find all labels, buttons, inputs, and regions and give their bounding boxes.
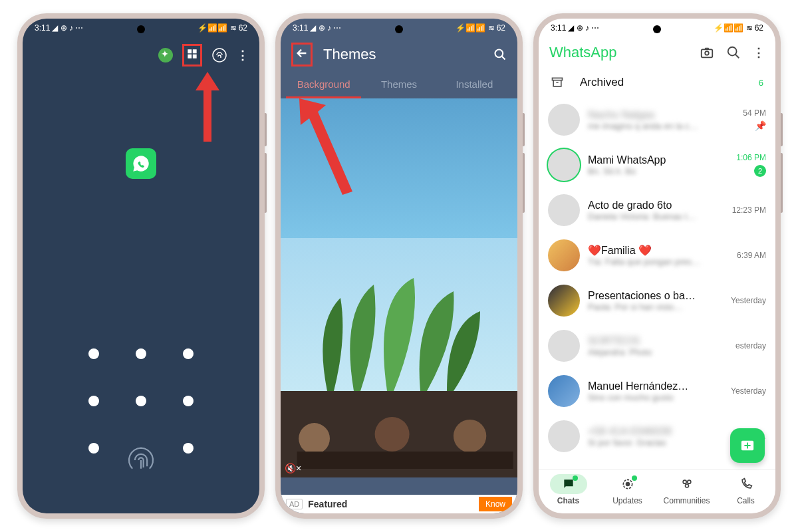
avatar[interactable]	[548, 330, 580, 362]
new-message-icon	[740, 438, 755, 453]
svg-point-4	[375, 417, 410, 452]
chat-item[interactable]: ❤️Familia ❤️Tía: Falta que pongan pres…6…	[539, 233, 775, 278]
avatar[interactable]	[548, 375, 580, 407]
pattern-dot[interactable]	[183, 443, 194, 454]
chat-item[interactable]: SORTEOSAlejandra: Photoesterday	[539, 323, 775, 368]
whatsapp-app-icon[interactable]	[126, 148, 156, 179]
tab-installed[interactable]: Installed	[437, 72, 512, 98]
svg-point-1	[495, 50, 503, 58]
svg-point-14	[687, 480, 690, 483]
status-time: 3:11	[551, 23, 566, 33]
camera-icon[interactable]	[700, 45, 714, 60]
avatar[interactable]	[548, 104, 580, 136]
communities-icon	[680, 477, 694, 491]
svg-point-8	[705, 51, 709, 55]
pattern-dot[interactable]	[183, 348, 194, 359]
archived-row[interactable]: Archived 6	[539, 68, 775, 97]
nav-communities[interactable]: Communities	[657, 474, 716, 505]
svg-point-15	[685, 484, 688, 487]
ad-badge: AD	[286, 499, 303, 509]
fingerprint-icon[interactable]	[211, 47, 227, 63]
search-icon[interactable]	[726, 45, 741, 60]
chat-time: 54 PM	[743, 108, 766, 118]
chat-item[interactable]: Presentaciones o ba…Paola: Por si han vi…	[539, 278, 775, 323]
mute-icon[interactable]: 🔇×	[285, 463, 301, 473]
chat-item[interactable]: Acto de grado 6toDaniela Victoria: Buena…	[539, 188, 775, 233]
avatar[interactable]	[548, 194, 580, 226]
chat-preview: Si por favor. Gracias	[588, 438, 735, 448]
fingerprint-sensor-icon[interactable]	[126, 446, 156, 475]
chat-name: ❤️Familia ❤️	[588, 244, 729, 257]
status-battery: 62	[497, 23, 505, 33]
pattern-dot[interactable]	[88, 348, 99, 359]
page-title: Themes	[323, 46, 483, 63]
chat-time: esterday	[735, 341, 766, 350]
chat-time: Yesterday	[731, 386, 766, 396]
arrow-left-icon	[295, 46, 309, 61]
tab-themes[interactable]: Themes	[361, 72, 436, 98]
svg-point-3	[299, 423, 330, 454]
chat-time: 12:23 PM	[732, 205, 766, 215]
app-title: WhatsApp	[549, 44, 688, 61]
status-battery: 62	[755, 23, 763, 33]
svg-point-9	[728, 47, 737, 56]
back-button[interactable]	[291, 43, 313, 66]
chat-preview: Bn. Sti.h. Bo	[588, 166, 728, 176]
more-icon[interactable]: ⋮	[753, 45, 765, 60]
svg-point-12	[626, 483, 629, 486]
archived-count: 6	[759, 78, 763, 88]
chat-preview: Tía: Falta que pongan pres…	[588, 257, 729, 267]
chat-preview: Paola: Por si han visto…	[588, 302, 723, 312]
pin-icon: 📌	[755, 120, 766, 131]
chat-item[interactable]: Nacho Nalgasme imagino q anda en la c…54…	[539, 97, 775, 142]
ad-banner[interactable]: 🔇×	[281, 391, 517, 477]
pattern-dot[interactable]	[136, 348, 146, 359]
chat-name: +58 414-0346039	[588, 426, 735, 438]
phone-mockup-2: 3:11 ◢ ⊕ ♪ ⋯ ⚡📶📶 ≋ 62 Themes Background …	[275, 13, 523, 519]
nav-calls[interactable]: Calls	[716, 474, 775, 505]
avatar[interactable]	[548, 420, 580, 452]
pattern-dot[interactable]	[136, 396, 146, 406]
themes-toolbar-button[interactable]	[182, 44, 202, 66]
ad-cta-button[interactable]: Know	[479, 497, 512, 511]
avatar[interactable]	[548, 239, 580, 271]
archive-icon	[551, 76, 564, 89]
nav-updates[interactable]: Updates	[598, 474, 657, 505]
pattern-lock-grid[interactable]	[88, 348, 194, 454]
search-icon[interactable]	[493, 48, 507, 61]
unread-badge: 2	[754, 165, 766, 177]
chat-name: Manuel Hernández…	[588, 380, 723, 392]
pattern-dot[interactable]	[88, 396, 99, 406]
chat-item[interactable]: Manuel Hernández…Sino con mucho gustoYes…	[539, 368, 775, 414]
chat-preview: Sino con mucho gusto	[588, 392, 723, 402]
status-time: 3:11	[293, 23, 308, 33]
leaf-illustration-icon	[301, 271, 487, 391]
chat-name: SORTEOS	[588, 335, 728, 347]
theme-preview-leaf[interactable]	[281, 238, 517, 391]
chat-item[interactable]: Mami WhatsAppBn. Sti.h. Bo1:06 PM2	[539, 142, 775, 188]
nav-chats[interactable]: Chats	[539, 474, 598, 505]
svg-rect-10	[553, 78, 563, 80]
status-battery: 62	[239, 23, 247, 33]
bottom-nav: Chats Updates Communities	[539, 469, 775, 513]
chat-name: Presentaciones o ba…	[588, 290, 723, 302]
more-icon[interactable]: ⋮	[237, 48, 249, 63]
chat-time: 6:39 AM	[737, 251, 766, 260]
calls-icon	[739, 477, 753, 491]
avatar[interactable]	[548, 149, 580, 181]
svg-point-5	[454, 420, 486, 452]
themes-icon	[186, 47, 199, 61]
new-chat-fab[interactable]	[730, 428, 765, 463]
themes-tabs: Background Themes Installed	[281, 72, 517, 98]
phone-mockup-1: 3:11 ◢ ⊕ ♪ ⋯ ⚡📶📶 ≋ 62 ⋮	[17, 13, 265, 519]
annotation-arrow-icon	[194, 72, 221, 145]
archived-label: Archived	[580, 76, 743, 89]
svg-point-13	[683, 480, 686, 483]
pattern-dot[interactable]	[88, 443, 99, 454]
pattern-dot[interactable]	[183, 396, 194, 406]
chat-list[interactable]: Nacho Nalgasme imagino q anda en la c…54…	[539, 97, 775, 469]
tab-background[interactable]: Background	[286, 72, 361, 98]
shuffle-icon[interactable]	[158, 48, 173, 63]
avatar[interactable]	[548, 285, 580, 317]
chat-time: Yesterday	[731, 296, 766, 305]
